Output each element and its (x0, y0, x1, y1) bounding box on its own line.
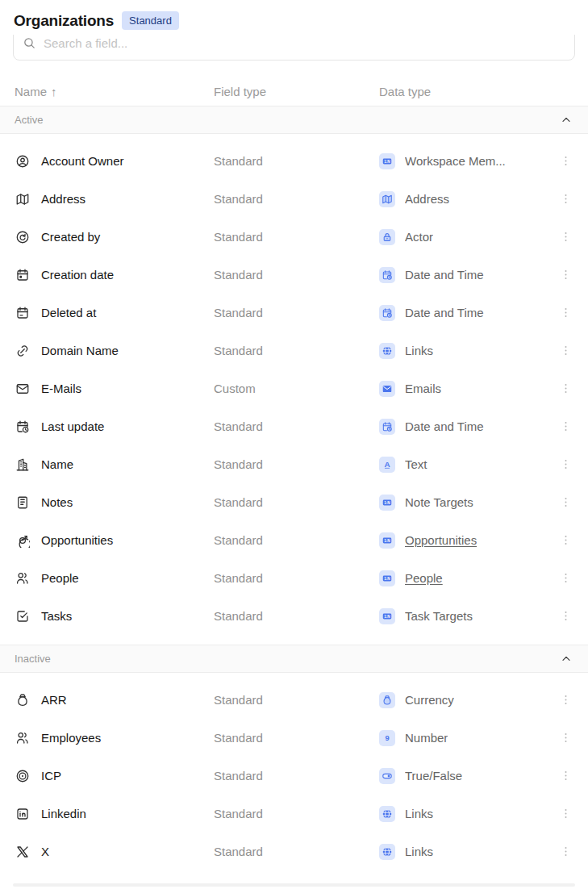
row-menu-button[interactable] (556, 417, 575, 436)
user-circle-icon (15, 154, 30, 169)
chevron-up-icon[interactable] (560, 114, 573, 127)
field-type-cell: Standard (214, 845, 379, 858)
checkbox-icon (15, 609, 30, 624)
section-header-active[interactable]: Active (0, 106, 588, 134)
kebab-vertical-icon (559, 457, 573, 471)
calendar-clock-datatype-icon (379, 267, 395, 283)
svg-text:1:N: 1:N (384, 500, 390, 504)
row-menu-button[interactable] (556, 766, 575, 786)
field-name-label: Address (41, 192, 85, 206)
rotate-circle-icon (15, 230, 30, 244)
field-row[interactable]: Last updateStandardDate and Time (0, 407, 588, 445)
row-menu-button[interactable] (556, 303, 575, 323)
row-menu-button[interactable] (556, 804, 575, 824)
field-row[interactable]: PeopleStandard1:NPeople (0, 559, 588, 597)
field-name-cell: Last update (13, 419, 214, 434)
kebab-vertical-icon (559, 192, 573, 206)
field-row[interactable]: Creation dateStandardDate and Time (0, 256, 588, 294)
kebab-vertical-icon (559, 154, 573, 168)
mail-solid-datatype-icon (379, 381, 395, 397)
data-type-cell: 1:NTask Targets (379, 608, 549, 624)
kebab-vertical-icon (559, 230, 573, 244)
lock-datatype-icon (379, 229, 395, 245)
relation-datatype-icon: 1:N (379, 495, 395, 511)
globe-datatype-icon (379, 844, 395, 860)
row-menu-button[interactable] (556, 691, 575, 710)
search-input[interactable] (44, 36, 565, 50)
row-menu-button[interactable] (556, 265, 575, 285)
field-name-label: People (41, 571, 79, 585)
map-icon (15, 192, 30, 207)
row-menu-button[interactable] (556, 842, 575, 862)
column-header-name[interactable]: Name ↑ (13, 85, 214, 98)
search-field[interactable] (13, 35, 575, 61)
row-menu-button[interactable] (556, 455, 575, 474)
data-type-cell: 1:NWorkspace Mem... (379, 153, 549, 169)
field-name-label: Opportunities (41, 533, 113, 547)
row-menu-button[interactable] (556, 227, 575, 247)
calendar-clock-icon (15, 419, 30, 434)
row-menu-button[interactable] (556, 379, 575, 399)
field-row[interactable]: NameStandardAText (0, 445, 588, 483)
kebab-vertical-icon (559, 419, 573, 433)
field-row[interactable]: TasksStandard1:NTask Targets (0, 597, 588, 635)
next-section-divider (13, 883, 575, 887)
field-type-cell: Standard (214, 571, 379, 585)
row-menu-button[interactable] (556, 728, 575, 748)
calendar-clock-datatype-icon (379, 419, 395, 435)
row-menu-button[interactable] (556, 341, 575, 361)
row-menu-button[interactable] (556, 152, 575, 171)
data-type-cell: 1:NOpportunities (379, 532, 549, 549)
field-row[interactable]: XStandardLinks (0, 833, 588, 870)
data-type-label: Currency (405, 693, 454, 707)
field-name-cell: Address (13, 192, 214, 207)
field-row[interactable]: NotesStandard1:NNote Targets (0, 483, 588, 521)
field-row[interactable]: AddressStandardAddress (0, 180, 588, 218)
search-bar-container (13, 35, 575, 61)
field-row[interactable]: Account OwnerStandard1:NWorkspace Mem... (0, 142, 588, 180)
row-menu-button[interactable] (556, 531, 575, 550)
field-name-label: Created by (41, 230, 100, 244)
data-type-label: Date and Time (405, 419, 484, 433)
page-title: Organizations (14, 12, 114, 30)
column-name-label: Name (15, 85, 47, 98)
field-row[interactable]: E-MailsCustomEmails (0, 369, 588, 407)
row-menu-button[interactable] (556, 607, 575, 626)
field-name-label: Deleted at (41, 306, 96, 319)
link-icon (15, 344, 30, 358)
field-type-cell: Standard (214, 609, 379, 623)
field-name-label: Name (41, 457, 73, 471)
row-menu-button[interactable] (556, 569, 575, 588)
kebab-vertical-icon (559, 344, 573, 357)
field-row[interactable]: LinkedinStandardLinks (0, 795, 588, 833)
field-row[interactable]: ICPStandardTrue/False (0, 757, 588, 795)
x-brand-icon (15, 845, 30, 859)
data-type-label[interactable]: Opportunities (405, 533, 477, 547)
field-name-cell: E-Mails (13, 382, 214, 396)
field-name-label: Linkedin (41, 807, 86, 820)
field-row[interactable]: OpportunitiesStandard1:NOpportunities (0, 521, 588, 559)
chevron-up-icon[interactable] (560, 653, 573, 666)
row-menu-button[interactable] (556, 190, 575, 209)
field-name-cell: Deleted at (13, 306, 214, 320)
data-type-cell: Address (379, 191, 549, 207)
field-row[interactable]: Created byStandardActor (0, 218, 588, 256)
field-name-cell: People (13, 571, 214, 586)
data-type-cell: Emails (379, 381, 549, 397)
data-type-label[interactable]: People (405, 571, 443, 585)
calendar-clock-datatype-icon (379, 305, 395, 321)
data-type-label: Note Targets (405, 495, 473, 509)
field-row[interactable]: Deleted atStandardDate and Time (0, 294, 588, 332)
field-row[interactable]: Domain NameStandardLinks (0, 332, 588, 369)
map-datatype-icon (379, 191, 395, 207)
moneybag-solid-datatype-icon (379, 692, 395, 708)
field-row[interactable]: EmployeesStandard9Number (0, 719, 588, 757)
field-name-cell: Opportunities (13, 533, 214, 548)
digit-9-datatype-icon: 9 (379, 730, 395, 746)
data-type-cell: Date and Time (379, 267, 549, 283)
section-header-inactive[interactable]: Inactive (0, 645, 588, 673)
kebab-vertical-icon (559, 731, 573, 745)
row-menu-button[interactable] (556, 493, 575, 512)
field-name-label: X (41, 845, 49, 858)
field-row[interactable]: ARRStandardCurrency (0, 681, 588, 719)
